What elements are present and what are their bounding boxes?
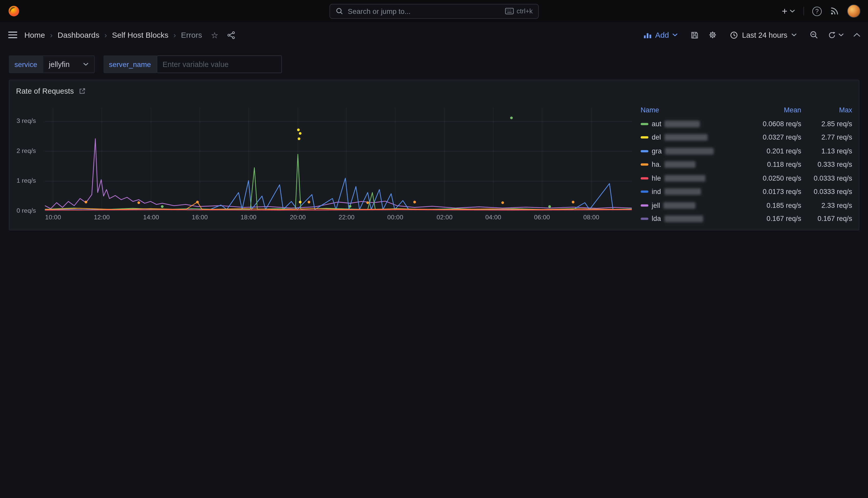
series-name-text: jell [652,201,660,209]
news-button[interactable] [830,7,839,16]
x-axis-tick-label: 08:00 [579,214,603,221]
series-name[interactable]: lda [641,215,739,223]
series-name[interactable]: hle [641,174,739,182]
legend-value-2: 1.13 req/s [801,147,852,155]
shortcut-text: ctrl+k [517,7,533,15]
legend-sort-col2[interactable]: Max [801,106,852,114]
plus-icon: + [782,6,787,16]
template-variables-row: service jellyfin server_name [9,55,859,73]
external-link-icon[interactable] [79,88,86,95]
chevron-down-icon [789,10,795,13]
variable-server-name: server_name [103,55,282,73]
series-color-marker [641,163,649,166]
chevron-down-icon [791,34,797,37]
save-dashboard-button[interactable] [691,31,699,39]
chevron-down-icon [672,34,678,37]
breadcrumb-dashboards[interactable]: Dashboards [58,30,99,40]
legend-row[interactable]: hle0.0250 req/s0.0333 req/s [641,171,852,185]
share-button[interactable] [227,31,236,39]
legend-row[interactable]: ha.0.118 req/s0.333 req/s [641,158,852,171]
mega-menu-toggle[interactable] [8,31,18,39]
x-axis-tick-label: 12:00 [90,214,114,221]
series-name[interactable]: jell [641,201,739,209]
legend-header: NameMeanMax [641,104,852,117]
dashboard-settings-button[interactable] [708,30,717,40]
search-input[interactable]: Search or jump to... ctrl+k [329,4,539,18]
series-name[interactable]: del [641,134,739,141]
legend-row[interactable]: gra0.201 req/s1.13 req/s [641,144,852,158]
variable-server-name-label: server_name [103,55,157,73]
x-axis-tick-label: 20:00 [286,214,310,221]
share-icon [227,31,236,39]
variable-server-name-input[interactable] [157,55,282,73]
x-axis-tick-label: 18:00 [236,214,261,221]
dashboard-toolbar: Home › Dashboards › Self Host Blocks › E… [0,22,868,48]
new-menu-button[interactable]: + [782,6,795,16]
y-axis-tick-label: 2 req/s [16,148,36,155]
legend-value-2: 2.77 req/s [801,134,852,141]
x-axis-tick-label: 14:00 [139,214,163,221]
panel-title: Rate of Requests [16,87,74,95]
legend-row[interactable]: del0.0327 req/s2.77 req/s [641,131,852,144]
legend-value-2: 0.167 req/s [801,215,852,223]
breadcrumb: Home › Dashboards › Self Host Blocks › E… [24,30,202,40]
legend-value-2: 2.33 req/s [801,201,852,209]
legend-row[interactable]: lda0.167 req/s0.167 req/s [641,212,852,226]
zoom-out-icon [810,30,818,40]
legend-value-1: 0.0250 req/s [739,174,801,182]
redacted-name [664,175,705,182]
x-axis-tick-label: 04:00 [481,214,506,221]
add-panel-button[interactable]: Add [640,30,681,40]
series-name[interactable]: ind [641,188,739,196]
panel-header[interactable]: Rate of Requests [10,80,859,97]
series-name-text: lda [652,215,661,223]
legend-value-2: 2.85 req/s [801,120,852,128]
help-button[interactable]: ? [812,6,822,16]
breadcrumb-self-host-blocks[interactable]: Self Host Blocks [112,30,168,40]
breadcrumb-errors: Errors [181,30,202,40]
x-axis-tick-label: 22:00 [334,214,359,221]
refresh-button[interactable] [828,31,844,39]
redacted-name [664,134,707,141]
breadcrumb-separator: › [104,30,107,40]
zoom-out-button[interactable] [810,30,818,40]
legend-row[interactable]: ind0.0173 req/s0.0333 req/s [641,185,852,199]
legend-value-1: 0.185 req/s [739,201,801,209]
dashboard-quick-actions: ☆ [211,31,236,39]
search-icon [335,7,343,15]
legend-value-2: 0.333 req/s [801,161,852,169]
series-name[interactable]: ha. [641,161,739,169]
legend-sort-col1[interactable]: Mean [739,106,801,114]
grafana-logo[interactable] [8,5,20,17]
save-icon [691,31,699,39]
x-axis-tick-label: 10:00 [41,214,65,221]
add-panel-label: Add [655,30,669,40]
legend-row[interactable]: aut0.0608 req/s2.85 req/s [641,117,852,131]
grafana-logo-icon [8,5,20,17]
legend-row[interactable]: jell0.185 req/s2.33 req/s [641,199,852,212]
variable-service-select[interactable]: jellyfin [43,55,95,73]
dashboard-toolbar-right: Add [640,30,860,40]
series-name-text: del [652,134,661,141]
series-color-marker [641,136,649,139]
series-name-text: aut [652,120,662,128]
redacted-name [664,215,703,222]
series-color-marker [641,150,649,152]
series-name[interactable]: gra [641,147,739,155]
user-avatar[interactable] [847,4,860,18]
rate-legend-table: NameMeanMaxaut0.0608 req/s2.85 req/sdel0… [641,104,852,226]
legend-sort-name[interactable]: Name [641,106,739,114]
legend-value-1: 0.201 req/s [739,147,801,155]
breadcrumb-home[interactable]: Home [24,30,45,40]
favorite-button[interactable]: ☆ [211,31,218,39]
legend-value-1: 0.167 req/s [739,215,801,223]
help-icon: ? [812,6,822,16]
gear-icon [708,30,717,40]
x-axis-tick-label: 00:00 [383,214,407,221]
time-range-picker[interactable]: Last 24 hours [727,30,800,40]
series-name[interactable]: aut [641,120,739,128]
breadcrumb-separator: › [50,30,53,40]
variable-service-label: service [9,55,43,73]
collapse-toolbar-button[interactable] [853,32,860,37]
rate-chart-canvas[interactable] [45,108,632,211]
